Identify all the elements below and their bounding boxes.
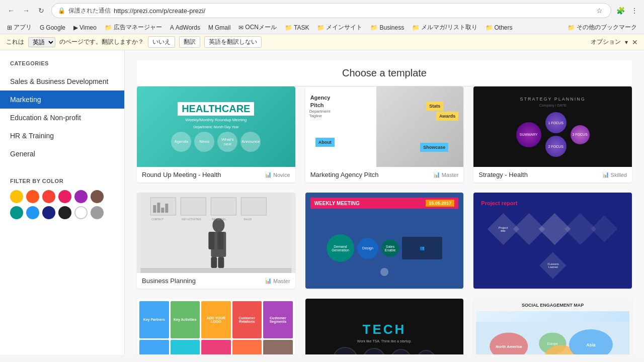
template-card-tech[interactable]: TECH Work like TSA. Think like a startup… [305,299,464,354]
template-card-bmc[interactable]: Key Partners Key Activities ADD YOUR LOG… [137,299,295,354]
bm-business[interactable]: 📁 Business [367,23,407,32]
forward-button[interactable]: → [19,4,33,18]
svg-text:PAY MODEL: PAY MODEL [212,218,226,221]
template-card-agency[interactable]: AgencyPitch DepartmentTagline Stats Awar… [305,86,464,183]
color-teal[interactable] [10,206,23,219]
main-content: CATEGORIES Sales & Business Development … [0,50,644,354]
color-blue[interactable] [26,206,39,219]
template-info-healthcare: Round Up Meeting - Health 📊 Novice [137,167,295,183]
color-red[interactable] [42,190,55,203]
sidebar-item-hr[interactable]: HR & Training [0,127,124,145]
template-thumb-tech: TECH Work like TSA. Think like a startup… [305,299,464,354]
color-gray[interactable] [91,206,104,219]
google-icon: G [40,24,44,31]
color-orange[interactable] [26,190,39,203]
template-card-strategy[interactable]: STRATEGY PLANNING Company / DATE SUMMARY… [473,86,632,183]
close-translate-bar-button[interactable]: ✕ [632,38,638,46]
level-icon: 📊 [265,171,272,178]
hc-node-agenda: Agenda [171,132,191,152]
sidebar-item-education[interactable]: Education & Non-profit [0,109,124,127]
template-name-business: Business Planning [142,277,196,285]
reload-button[interactable]: ↻ [34,4,48,18]
template-card-weekly[interactable]: WEEKLY MEETING 15.05.2017 DemandGenerati… [305,193,464,289]
bm-admanager[interactable]: 📁 広告マネージャー [102,22,165,33]
url-text: https://prezi.com/p/create-prezi/ [114,7,591,15]
bm-adwords[interactable]: A AdWords [167,23,203,32]
sidebar-item-marketing[interactable]: Marketing [0,90,124,109]
hc-nodes: Agenda News What's next Announce [171,132,261,152]
apps-icon: ⊞ [7,24,12,31]
svg-rect-11 [208,232,214,249]
template-level-healthcare: 📊 Novice [265,171,290,178]
vimeo-icon: ▶ [73,24,78,31]
color-black[interactable] [58,206,71,219]
color-brown[interactable] [91,190,104,203]
bm-more[interactable]: 📁 その他のブックマーク [565,22,640,33]
bm-google[interactable]: G Google [37,23,68,32]
strategy-orbs: SUMMARY 1 FOCUS 2 FOCUS 3 FOCUS [516,112,590,157]
template-name-agency: Marketing Agency Pitch [310,171,379,178]
bookmark-star-button[interactable]: ☆ [594,6,605,16]
bm-task[interactable]: 📁 TASK [282,23,312,32]
svg-text:North America: North America [496,344,523,349]
template-thumb-report: Project report Projecttitle 3 LessonsLea… [473,193,632,289]
bmc-key-res: Key Resources [171,340,200,355]
bm-others[interactable]: 📁 Others [482,23,516,32]
color-purple[interactable] [74,190,88,203]
color-white[interactable] [74,206,88,219]
language-select[interactable]: 英語 [28,37,55,47]
menu-button[interactable]: ⋮ [629,6,640,16]
svg-rect-12 [217,232,223,249]
template-card-healthcare[interactable]: HEALTHCARE Weekly/Monthly Roundup Meetin… [137,86,295,183]
bm-vimeo[interactable]: ▶ Vimeo [70,23,100,32]
filter-label: FILTER BY COLOR [10,178,114,184]
bm-gmail[interactable]: M Gmail [205,23,233,32]
bm-mail-list[interactable]: 📁 メルマガ/リスト取り [409,22,480,33]
color-pink[interactable] [58,190,71,203]
options-label: オプション [591,38,621,46]
translate-bar: これは 英語 のページです。翻訳しますか？ いいえ 翻訳 英語を翻訳しない オプ… [0,34,644,50]
more-bookmarks-icon: 📁 [568,24,575,31]
template-thumb-strategy: STRATEGY PLANNING Company / DATE SUMMARY… [473,86,632,167]
map-svg: North America South America Europe Afric… [476,311,629,354]
orb-focus2: 2 FOCUS [545,136,567,157]
svg-rect-5 [153,205,156,213]
weekly-node-design: Design [357,238,378,259]
business-folder-icon: 📁 [370,24,378,31]
sidebar-item-sales[interactable]: Sales & Business Development [0,72,124,90]
diamond-6: 3 LessonsLearned [539,252,567,279]
diamond-5 [591,215,618,242]
color-yellow[interactable] [10,190,23,203]
template-card-business[interactable]: CONTACT KEY ACTIVITIES PAY MODEL SALES B… [137,193,295,289]
no-translate-button[interactable]: いいえ [148,36,175,48]
strategy-label: STRATEGY PLANNING [520,97,586,102]
bm-main[interactable]: 📁 メインサイト [314,22,365,33]
svg-rect-4 [241,198,266,215]
template-card-social[interactable]: SOCIAL ENGAGEMENT MAP North America Sout… [473,299,632,354]
bmc-value-prop: ADD YOUR LOGO [201,301,231,338]
svg-rect-8 [165,204,168,213]
template-card-report[interactable]: Project report Projecttitle 3 LessonsLea… [473,193,632,289]
security-icon: 🔒 [58,7,65,14]
extensions-button[interactable]: 🧩 [614,6,627,16]
tech-node-announce: ANNOUNCE [390,349,412,355]
svg-text:Europe: Europe [547,342,558,346]
maillist-folder-icon: 📁 [412,24,420,31]
address-bar[interactable]: 🔒 保護された通信 https://prezi.com/p/create-pre… [51,3,611,18]
bm-apps[interactable]: ⊞ アプリ [4,22,35,33]
bm-ocn[interactable]: ✉ OCNメール [235,22,280,33]
color-navy[interactable] [42,206,55,219]
sticky-about: About [315,138,335,147]
svg-rect-19 [140,268,291,273]
photo-placeholder: 👥 [420,246,425,250]
bmc-customer-seg: Customer Segments [263,301,293,338]
bmc-cost: Cost Structure [139,340,169,355]
translate-button[interactable]: 翻訳 [179,36,200,48]
others-folder-icon: 📁 [486,24,493,31]
mail-icon: ✉ [238,24,244,31]
sidebar-item-general[interactable]: General [0,145,124,163]
never-translate-button[interactable]: 英語を翻訳しない [204,36,262,48]
report-title-text: Project report [481,200,517,206]
svg-rect-3 [211,198,236,215]
back-button[interactable]: ← [4,4,18,18]
